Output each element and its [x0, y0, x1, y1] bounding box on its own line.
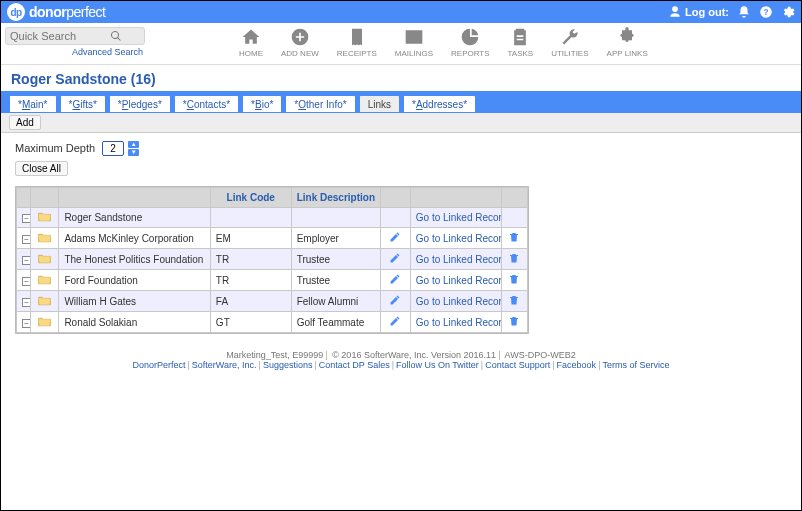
settings-icon[interactable] [781, 5, 795, 19]
link-name: Adams McKinley Corporation [59, 228, 210, 249]
footer-link[interactable]: Follow Us On Twitter [396, 360, 479, 370]
app-topbar: dp donorperfect Log out: ? [1, 1, 801, 23]
logo-badge: dp [7, 3, 25, 21]
link-name: Ronald Solakian [59, 312, 210, 333]
nav-add-new[interactable]: ADD NEW [281, 27, 319, 58]
folder-icon [38, 316, 51, 327]
help-icon[interactable]: ? [759, 5, 773, 19]
go-to-linked-record-link[interactable]: Go to Linked Record [416, 212, 501, 223]
search-icon [110, 30, 122, 42]
table-row: −Roger SandstoneGo to Linked Record [17, 208, 528, 228]
delete-icon[interactable] [508, 234, 520, 245]
table-row: −The Honest Politics FoundationTRTrustee… [17, 249, 528, 270]
link-name: The Honest Politics Foundation [59, 249, 210, 270]
nav-home[interactable]: HOME [239, 27, 263, 58]
advanced-search-link[interactable]: Advanced Search [1, 47, 143, 57]
link-description: Golf Teammate [291, 312, 380, 333]
max-depth-label: Maximum Depth [15, 142, 95, 154]
add-button[interactable]: Add [9, 115, 41, 130]
tree-toggle-icon[interactable]: − [22, 298, 31, 307]
footer-link[interactable]: Contact DP Sales [319, 360, 390, 370]
spin-down-icon[interactable]: ▼ [128, 149, 139, 156]
tab-main[interactable]: *Main* [9, 95, 57, 112]
mail-icon [404, 27, 424, 47]
tab-pledges[interactable]: *Pledges* [109, 95, 171, 112]
delete-icon[interactable] [508, 276, 520, 287]
max-depth-input[interactable] [102, 141, 124, 156]
nav-receipts[interactable]: RECEIPTS [337, 27, 377, 58]
tree-toggle-icon[interactable]: − [22, 256, 31, 265]
edit-icon[interactable] [389, 297, 401, 308]
delete-icon[interactable] [508, 318, 520, 329]
go-to-linked-record-link[interactable]: Go to Linked Record [416, 254, 501, 265]
edit-icon[interactable] [389, 234, 401, 245]
delete-icon[interactable] [508, 255, 520, 266]
go-to-linked-record-link[interactable]: Go to Linked Record [416, 233, 501, 244]
tab-addresses[interactable]: *Addresses* [403, 95, 476, 112]
add-icon [290, 27, 310, 47]
max-depth-row: Maximum Depth ▲▼ Close All [1, 133, 801, 180]
link-description [291, 208, 380, 228]
footer-link[interactable]: Terms of Service [602, 360, 669, 370]
footer-link[interactable]: Facebook [557, 360, 597, 370]
quick-search[interactable] [5, 27, 145, 45]
link-code: TR [210, 249, 291, 270]
user-icon [668, 5, 682, 19]
delete-icon[interactable] [508, 297, 520, 308]
tree-toggle-icon[interactable]: − [22, 319, 31, 328]
edit-icon[interactable] [389, 276, 401, 287]
logout-button[interactable]: Log out: [668, 5, 729, 19]
link-description: Trustee [291, 249, 380, 270]
go-to-linked-record-link[interactable]: Go to Linked Record [416, 317, 501, 328]
wrench-icon [560, 27, 580, 47]
nav-mailings[interactable]: MAILINGS [395, 27, 433, 58]
table-row: −William H GatesFAFellow AlumniGo to Lin… [17, 291, 528, 312]
page-footer: Marketing_Test, E99999| © 2016 SofterWar… [1, 350, 801, 370]
edit-icon[interactable] [389, 255, 401, 266]
record-tabs: *Main**Gifts**Pledges**Contacts**Bio**Ot… [1, 91, 801, 113]
nav-reports[interactable]: REPORTS [451, 27, 490, 58]
link-name: Ford Foundation [59, 270, 210, 291]
footer-link[interactable]: Suggestions [263, 360, 313, 370]
puzzle-icon [617, 27, 637, 47]
tab-bio[interactable]: *Bio* [242, 95, 282, 112]
nav-utilities[interactable]: UTILITIES [551, 27, 588, 58]
main-nav-row: Advanced Search HOME ADD NEW RECEIPTS MA… [1, 23, 801, 65]
nav-tasks[interactable]: TASKS [508, 27, 534, 58]
svg-text:?: ? [764, 8, 769, 17]
link-name: William H Gates [59, 291, 210, 312]
links-table: Link Code Link Description −Roger Sandst… [16, 187, 528, 333]
receipt-icon [347, 27, 367, 47]
tree-toggle-icon[interactable]: − [22, 214, 31, 223]
spin-up-icon[interactable]: ▲ [128, 141, 139, 148]
footer-link[interactable]: Contact Support [485, 360, 550, 370]
footer-link[interactable]: SofterWare, Inc. [192, 360, 257, 370]
home-icon [241, 27, 261, 47]
clipboard-icon [510, 27, 530, 47]
tab-other-info[interactable]: *Other Info* [285, 95, 355, 112]
tab-gifts[interactable]: *Gifts* [60, 95, 106, 112]
quick-search-input[interactable] [10, 30, 110, 42]
folder-icon [38, 211, 51, 222]
footer-link[interactable]: DonorPerfect [132, 360, 185, 370]
tree-toggle-icon[interactable]: − [22, 235, 31, 244]
link-description: Fellow Alumni [291, 291, 380, 312]
close-all-button[interactable]: Close All [15, 161, 68, 176]
edit-icon[interactable] [389, 318, 401, 329]
folder-icon [38, 232, 51, 243]
link-description: Employer [291, 228, 380, 249]
col-link-code[interactable]: Link Code [210, 188, 291, 208]
donor-title: Roger Sandstone (16) [1, 65, 801, 91]
col-link-description[interactable]: Link Description [291, 188, 380, 208]
nav-app-links[interactable]: APP LINKS [607, 27, 648, 58]
max-depth-spinner[interactable]: ▲▼ [128, 141, 139, 157]
link-name: Roger Sandstone [59, 208, 210, 228]
main-nav-icons: HOME ADD NEW RECEIPTS MAILINGS REPORTS T… [239, 23, 648, 64]
tab-contacts[interactable]: *Contacts* [174, 95, 239, 112]
tab-links[interactable]: Links [359, 95, 400, 112]
notifications-icon[interactable] [737, 5, 751, 19]
tree-toggle-icon[interactable]: − [22, 277, 31, 286]
go-to-linked-record-link[interactable]: Go to Linked Record [416, 296, 501, 307]
go-to-linked-record-link[interactable]: Go to Linked Record [416, 275, 501, 286]
folder-icon [38, 253, 51, 264]
